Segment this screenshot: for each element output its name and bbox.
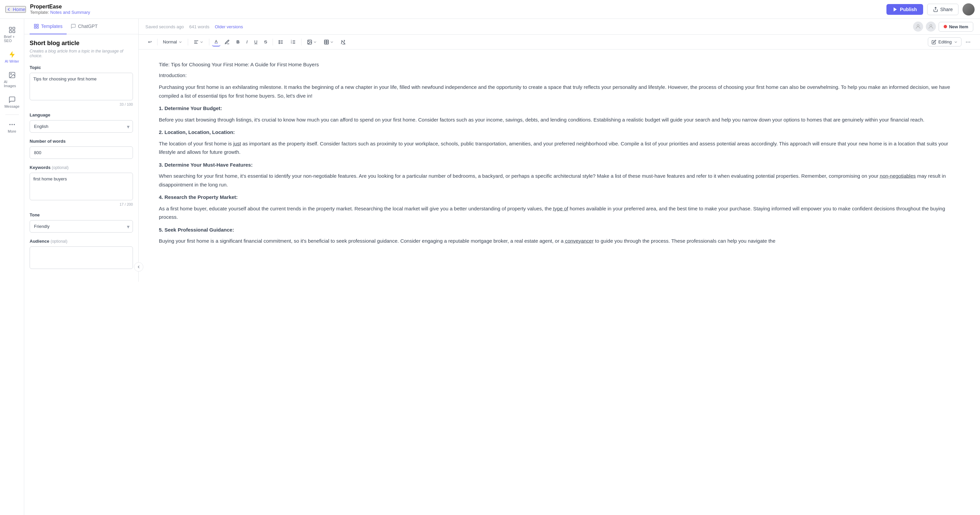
panel-desc: Creates a blog article from a topic in t… [30,49,133,58]
highlight-button[interactable] [222,38,232,46]
keywords-char-count: 17 / 200 [30,202,133,206]
sidebar-item-brief-seo[interactable]: Brief + SEO [2,23,23,46]
image-insert-icon [307,39,312,45]
sidebar-item-brief-seo-label: Brief + SEO [4,35,20,43]
words-input[interactable] [30,147,133,159]
message-icon [8,96,16,103]
panel-content: Short blog article Creates a blog articl… [24,34,138,282]
sidebar-item-ai-images[interactable]: AI Images [2,68,23,91]
section-text-4: As a first home buyer, educate yourself … [159,204,960,222]
header-left: Home PropertEase Template: Notes and Sum… [5,4,90,15]
field-group-tone: Tone Friendly Professional Casual Formal… [30,212,133,233]
svg-rect-1 [9,27,11,29]
align-chevron-icon [200,40,204,44]
italic-button[interactable]: I [243,38,250,46]
align-button[interactable] [191,38,206,46]
topic-input[interactable]: Tips for choosing your first home [30,73,133,100]
share-label: Share [940,7,953,12]
section-heading-1: 1. Determine Your Budget: [159,104,960,113]
toolbar: ↩ Normal A B I U S [138,35,980,49]
undo-button[interactable]: ↩ [145,38,154,46]
section-text-5: Buying your first home is a significant … [159,237,960,246]
svg-point-10 [13,124,15,125]
grid-icon [8,26,16,33]
tab-templates-label: Templates [41,24,63,29]
clear-format-button[interactable] [338,38,348,46]
image-insert-button[interactable] [304,38,320,46]
svg-rect-12 [37,24,38,26]
section-text-1: Before you start browsing through listin… [159,115,960,124]
svg-marker-0 [894,7,897,11]
editor-avatar-1 [913,22,923,32]
editor-avatar-2 [926,22,936,32]
editor-actions: New Item [913,22,973,32]
svg-marker-5 [10,51,14,57]
svg-point-8 [9,124,10,125]
table-insert-button[interactable] [321,38,337,46]
older-versions-link[interactable]: Older versions [215,24,243,29]
field-group-topic: Topic Tips for choosing your first home … [30,65,133,106]
new-item-button[interactable]: New Item [939,22,973,32]
editor-content[interactable]: Title: Tips for Choosing Your First Home… [138,49,980,515]
table-chevron-icon [330,40,334,44]
avatar[interactable] [963,3,975,16]
audience-input[interactable] [30,246,133,269]
panel-title: Short blog article [30,40,133,47]
sidebar-item-more[interactable]: More [2,118,23,137]
language-select-wrapper: English French Spanish German Italian ▾ [30,120,133,132]
highlight-icon [224,39,230,45]
editor-topbar: Saved seconds ago 641 words Older versio… [138,19,980,35]
editor-area: Saved seconds ago 641 words Older versio… [138,19,980,515]
svg-point-33 [308,41,309,41]
back-label: Home [13,7,25,12]
strikethrough-button[interactable]: S [261,38,270,46]
svg-point-25 [278,43,279,44]
app-title: PropertEase [30,4,90,10]
toolbar-divider-3 [209,39,209,45]
field-group-audience: Audience (optional) [30,239,133,270]
sidebar-item-message[interactable]: Message [2,92,23,112]
svg-point-7 [10,73,11,74]
style-label: Normal [163,39,177,45]
section-heading-3: 3. Determine Your Must-Have Features: [159,161,960,169]
topic-char-count: 33 / 100 [30,102,133,106]
publish-button[interactable]: Publish [886,4,923,15]
panel-tabs: Templates ChatGPT [24,19,138,34]
editing-chevron-icon [954,40,958,44]
editing-button[interactable]: Editing [928,37,961,46]
language-select[interactable]: English French Spanish German Italian [30,120,133,132]
templates-icon [33,24,39,29]
svg-rect-14 [37,27,38,28]
sidebar-item-ai-writer[interactable]: AI Writer [2,48,23,67]
ordered-list-button[interactable]: 1 2 3 [288,38,299,46]
field-group-words: Number of words [30,139,133,159]
tone-select[interactable]: Friendly Professional Casual Formal [30,220,133,233]
tab-templates[interactable]: Templates [30,19,67,34]
chatgpt-icon [71,24,76,29]
style-select[interactable]: Normal [160,38,185,46]
font-color-button[interactable]: A [212,37,220,46]
keywords-input[interactable]: first home buyers [30,173,133,200]
more-options-button[interactable]: ··· [963,37,973,47]
underline-button[interactable]: U [252,38,260,46]
tab-chatgpt[interactable]: ChatGPT [67,19,102,34]
svg-rect-11 [34,24,36,26]
back-button[interactable]: Home [5,6,26,13]
doc-title-line: Title: Tips for Choosing Your First Home… [159,60,960,69]
topic-label: Topic [30,65,133,70]
table-insert-icon [324,39,329,45]
sidebar-item-ai-images-label: AI Images [4,80,20,88]
bullet-list-button[interactable] [275,38,286,46]
publish-label: Publish [900,7,917,12]
sidebar-item-ai-writer-label: AI Writer [5,59,19,63]
sidebar-item-more-label: More [8,129,16,133]
top-header: Home PropertEase Template: Notes and Sum… [0,0,980,19]
tone-select-wrapper: Friendly Professional Casual Formal ▾ [30,220,133,233]
bold-button[interactable]: B [234,38,242,46]
share-button[interactable]: Share [927,4,958,15]
svg-point-23 [278,40,279,41]
word-count: 641 words [189,24,209,29]
panel-collapse-button[interactable] [134,262,143,272]
underline-just: just [233,141,241,147]
template-link[interactable]: Notes and Summary [50,10,90,15]
